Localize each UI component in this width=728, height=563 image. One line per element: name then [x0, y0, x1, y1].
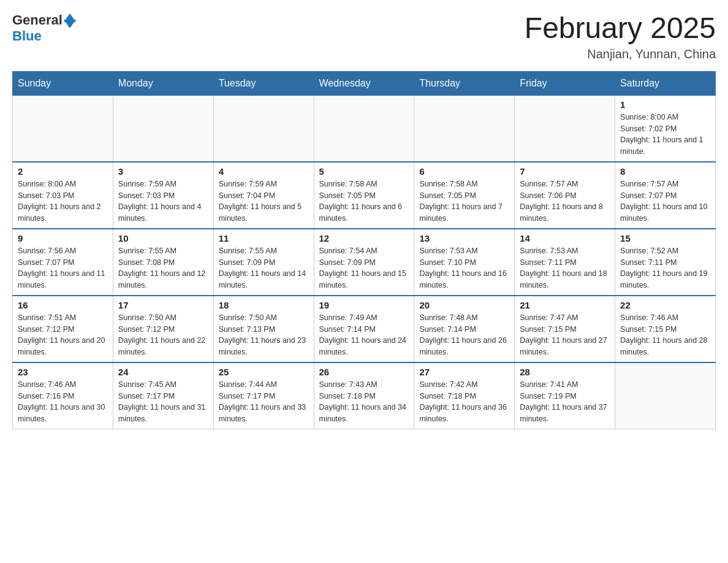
logo-general: General [12, 12, 63, 28]
day-info: Sunrise: 7:49 AM Sunset: 7:14 PM Dayligh… [319, 312, 409, 358]
day-number: 15 [620, 233, 710, 243]
day-info: Sunrise: 7:58 AM Sunset: 7:05 PM Dayligh… [319, 178, 409, 224]
month-title: February 2025 [525, 12, 716, 45]
calendar-week-row: 23Sunrise: 7:46 AM Sunset: 7:16 PM Dayli… [13, 362, 716, 429]
calendar-cell: 18Sunrise: 7:50 AM Sunset: 7:13 PM Dayli… [213, 296, 314, 362]
calendar-cell: 3Sunrise: 7:59 AM Sunset: 7:03 PM Daylig… [113, 162, 213, 229]
calendar-cell: 27Sunrise: 7:42 AM Sunset: 7:18 PM Dayli… [414, 362, 515, 429]
calendar-cell: 26Sunrise: 7:43 AM Sunset: 7:18 PM Dayli… [314, 362, 414, 429]
calendar-cell: 10Sunrise: 7:55 AM Sunset: 7:08 PM Dayli… [113, 229, 213, 296]
day-number: 14 [520, 233, 610, 243]
calendar-cell: 2Sunrise: 8:00 AM Sunset: 7:03 PM Daylig… [13, 162, 113, 229]
day-number: 2 [18, 166, 108, 177]
day-info: Sunrise: 7:43 AM Sunset: 7:18 PM Dayligh… [319, 379, 409, 425]
calendar-cell [615, 362, 716, 429]
day-info: Sunrise: 7:55 AM Sunset: 7:08 PM Dayligh… [118, 245, 208, 291]
calendar-cell: 7Sunrise: 7:57 AM Sunset: 7:06 PM Daylig… [515, 162, 615, 229]
day-info: Sunrise: 7:46 AM Sunset: 7:15 PM Dayligh… [620, 312, 710, 358]
day-number: 21 [520, 300, 610, 310]
calendar-cell: 4Sunrise: 7:59 AM Sunset: 7:04 PM Daylig… [213, 162, 314, 229]
calendar-cell [13, 95, 113, 162]
day-info: Sunrise: 7:46 AM Sunset: 7:16 PM Dayligh… [18, 379, 108, 425]
day-number: 4 [219, 166, 309, 177]
calendar-cell: 1Sunrise: 8:00 AM Sunset: 7:02 PM Daylig… [615, 95, 716, 162]
calendar-cell: 20Sunrise: 7:48 AM Sunset: 7:14 PM Dayli… [414, 296, 515, 362]
calendar-cell: 9Sunrise: 7:56 AM Sunset: 7:07 PM Daylig… [13, 229, 113, 296]
calendar-cell [314, 95, 414, 162]
day-info: Sunrise: 8:00 AM Sunset: 7:02 PM Dayligh… [620, 112, 710, 158]
calendar-cell: 14Sunrise: 7:53 AM Sunset: 7:11 PM Dayli… [515, 229, 615, 296]
day-info: Sunrise: 7:53 AM Sunset: 7:11 PM Dayligh… [520, 245, 610, 291]
calendar-cell: 17Sunrise: 7:50 AM Sunset: 7:12 PM Dayli… [113, 296, 213, 362]
day-of-week-header: Friday [515, 71, 615, 95]
calendar-cell: 15Sunrise: 7:52 AM Sunset: 7:11 PM Dayli… [615, 229, 716, 296]
day-number: 16 [18, 300, 108, 310]
page-header: General Blue February 2025 Nanjian, Yunn… [12, 12, 716, 61]
calendar-cell [113, 95, 213, 162]
day-info: Sunrise: 7:48 AM Sunset: 7:14 PM Dayligh… [419, 312, 509, 358]
day-info: Sunrise: 7:41 AM Sunset: 7:19 PM Dayligh… [520, 379, 610, 425]
day-number: 11 [219, 233, 309, 243]
day-number: 7 [520, 166, 610, 177]
day-number: 22 [620, 300, 710, 310]
calendar-cell: 8Sunrise: 7:57 AM Sunset: 7:07 PM Daylig… [615, 162, 716, 229]
calendar-cell: 23Sunrise: 7:46 AM Sunset: 7:16 PM Dayli… [13, 362, 113, 429]
day-number: 5 [319, 166, 409, 177]
calendar-cell: 24Sunrise: 7:45 AM Sunset: 7:17 PM Dayli… [113, 362, 213, 429]
day-info: Sunrise: 7:54 AM Sunset: 7:09 PM Dayligh… [319, 245, 409, 291]
day-info: Sunrise: 7:47 AM Sunset: 7:15 PM Dayligh… [520, 312, 610, 358]
day-info: Sunrise: 8:00 AM Sunset: 7:03 PM Dayligh… [18, 178, 108, 224]
day-info: Sunrise: 7:52 AM Sunset: 7:11 PM Dayligh… [620, 245, 710, 291]
day-of-week-header: Sunday [13, 71, 113, 95]
day-info: Sunrise: 7:55 AM Sunset: 7:09 PM Dayligh… [219, 245, 309, 291]
day-number: 17 [118, 300, 208, 310]
day-number: 24 [118, 367, 208, 377]
day-info: Sunrise: 7:59 AM Sunset: 7:03 PM Dayligh… [118, 178, 208, 224]
day-of-week-header: Saturday [615, 71, 716, 95]
day-info: Sunrise: 7:57 AM Sunset: 7:07 PM Dayligh… [620, 178, 710, 224]
day-number: 18 [219, 300, 309, 310]
calendar-week-row: 2Sunrise: 8:00 AM Sunset: 7:03 PM Daylig… [13, 162, 716, 229]
calendar-cell: 13Sunrise: 7:53 AM Sunset: 7:10 PM Dayli… [414, 229, 515, 296]
calendar-cell: 6Sunrise: 7:58 AM Sunset: 7:05 PM Daylig… [414, 162, 515, 229]
title-section: February 2025 Nanjian, Yunnan, China [525, 12, 716, 61]
calendar-cell [515, 95, 615, 162]
day-number: 1 [620, 99, 710, 110]
calendar-cell [213, 95, 314, 162]
day-number: 3 [118, 166, 208, 177]
day-info: Sunrise: 7:42 AM Sunset: 7:18 PM Dayligh… [419, 379, 509, 425]
calendar-cell: 16Sunrise: 7:51 AM Sunset: 7:12 PM Dayli… [13, 296, 113, 362]
day-number: 9 [18, 233, 108, 243]
day-info: Sunrise: 7:58 AM Sunset: 7:05 PM Dayligh… [419, 178, 509, 224]
location: Nanjian, Yunnan, China [525, 47, 716, 61]
calendar-week-row: 9Sunrise: 7:56 AM Sunset: 7:07 PM Daylig… [13, 229, 716, 296]
day-number: 12 [319, 233, 409, 243]
calendar-week-row: 1Sunrise: 8:00 AM Sunset: 7:02 PM Daylig… [13, 95, 716, 162]
day-info: Sunrise: 7:56 AM Sunset: 7:07 PM Dayligh… [18, 245, 108, 291]
calendar-cell: 25Sunrise: 7:44 AM Sunset: 7:17 PM Dayli… [213, 362, 314, 429]
day-number: 28 [520, 367, 610, 377]
calendar-cell: 22Sunrise: 7:46 AM Sunset: 7:15 PM Dayli… [615, 296, 716, 362]
calendar-cell: 11Sunrise: 7:55 AM Sunset: 7:09 PM Dayli… [213, 229, 314, 296]
day-info: Sunrise: 7:45 AM Sunset: 7:17 PM Dayligh… [118, 379, 208, 425]
day-info: Sunrise: 7:53 AM Sunset: 7:10 PM Dayligh… [419, 245, 509, 291]
day-number: 10 [118, 233, 208, 243]
logo: General Blue [12, 12, 76, 44]
day-number: 26 [319, 367, 409, 377]
day-of-week-header: Monday [113, 71, 213, 95]
calendar-header-row: SundayMondayTuesdayWednesdayThursdayFrid… [13, 71, 716, 95]
calendar-cell: 12Sunrise: 7:54 AM Sunset: 7:09 PM Dayli… [314, 229, 414, 296]
day-info: Sunrise: 7:50 AM Sunset: 7:12 PM Dayligh… [118, 312, 208, 358]
day-number: 13 [419, 233, 509, 243]
day-number: 19 [319, 300, 409, 310]
day-info: Sunrise: 7:50 AM Sunset: 7:13 PM Dayligh… [219, 312, 309, 358]
calendar-cell [414, 95, 515, 162]
calendar-table: SundayMondayTuesdayWednesdayThursdayFrid… [12, 71, 716, 429]
day-info: Sunrise: 7:57 AM Sunset: 7:06 PM Dayligh… [520, 178, 610, 224]
calendar-cell: 19Sunrise: 7:49 AM Sunset: 7:14 PM Dayli… [314, 296, 414, 362]
calendar-week-row: 16Sunrise: 7:51 AM Sunset: 7:12 PM Dayli… [13, 296, 716, 362]
day-info: Sunrise: 7:59 AM Sunset: 7:04 PM Dayligh… [219, 178, 309, 224]
day-of-week-header: Tuesday [213, 71, 314, 95]
day-of-week-header: Wednesday [314, 71, 414, 95]
day-info: Sunrise: 7:44 AM Sunset: 7:17 PM Dayligh… [219, 379, 309, 425]
